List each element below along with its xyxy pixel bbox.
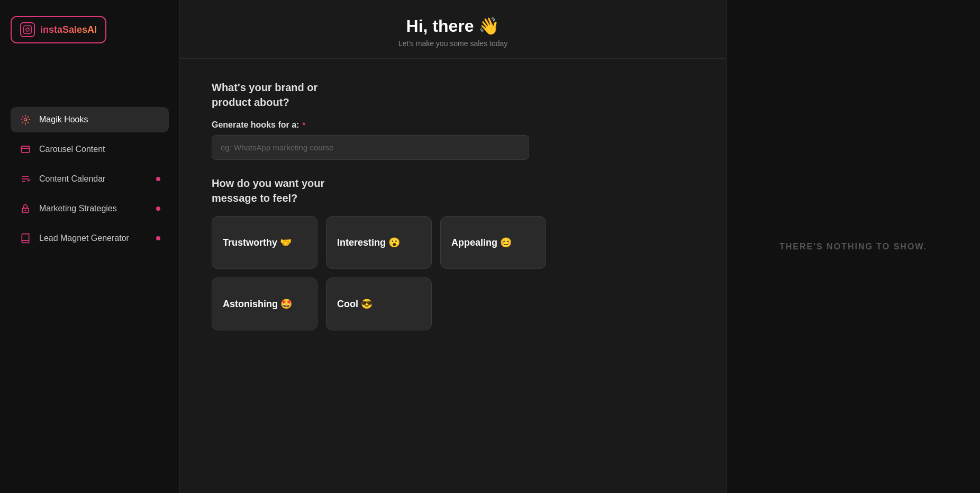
new-badge — [156, 177, 160, 181]
required-indicator: * — [302, 121, 305, 129]
tone-label: Interesting 😮 — [337, 237, 400, 248]
tone-card-astonishing[interactable]: Astonishing 🤩 — [212, 277, 317, 330]
new-badge — [156, 207, 160, 211]
tone-label: Cool 😎 — [337, 298, 373, 310]
sidebar-item-content-calendar[interactable]: Content Calendar — [11, 166, 169, 192]
page-title: Hi, there 👋 — [190, 16, 715, 36]
logo-container: instaSalesAI — [0, 11, 179, 59]
svg-rect-4 — [22, 146, 30, 153]
sidebar-item-label: Content Calendar — [39, 174, 105, 184]
sidebar: instaSalesAI Magik Hooks — [0, 0, 180, 493]
tone-label: Astonishing 🤩 — [223, 298, 292, 310]
tone-card-cool[interactable]: Cool 😎 — [326, 277, 432, 330]
empty-state-text: THERE'S NOTHING TO SHOW. — [779, 242, 927, 252]
logo-text: instaSalesAI — [40, 24, 97, 35]
tone-label: Appealing 😊 — [451, 237, 512, 248]
main-content: Hi, there 👋 Let's make you some sales to… — [180, 0, 726, 493]
new-badge — [156, 236, 160, 240]
brand-section-title: What's your brand orproduct about? — [212, 80, 624, 110]
sidebar-item-label: Marketing Strategies — [39, 204, 117, 213]
page-header: Hi, there 👋 Let's make you some sales to… — [180, 0, 726, 59]
sidebar-item-label: Magik Hooks — [39, 115, 88, 124]
tone-grid: Trustworthy 🤝 Interesting 😮 Appealing 😊 … — [212, 216, 556, 330]
tone-card-appealing[interactable]: Appealing 😊 — [440, 216, 546, 269]
svg-point-9 — [25, 210, 26, 211]
svg-point-3 — [24, 119, 27, 121]
sidebar-item-magik-hooks[interactable]: Magik Hooks — [11, 107, 169, 132]
logo-box[interactable]: instaSalesAI — [11, 16, 106, 43]
magik-hooks-icon — [19, 113, 32, 126]
carousel-content-icon — [19, 143, 32, 156]
sidebar-item-lead-magnet-generator[interactable]: Lead Magnet Generator — [11, 226, 169, 251]
svg-point-1 — [26, 28, 29, 31]
nav-menu: Magik Hooks Carousel Content Content — [0, 102, 179, 256]
hooks-label: Generate hooks for a: * — [212, 120, 624, 130]
sidebar-item-marketing-strategies[interactable]: Marketing Strategies — [11, 196, 169, 221]
hooks-input[interactable] — [212, 135, 529, 160]
instagram-icon — [20, 22, 35, 37]
tone-card-trustworthy[interactable]: Trustworthy 🤝 — [212, 216, 317, 269]
content-calendar-icon — [19, 173, 32, 185]
feel-section-title: How do you want yourmessage to feel? — [212, 176, 624, 205]
page-subtitle: Let's make you some sales today — [190, 39, 715, 48]
sidebar-item-carousel-content[interactable]: Carousel Content — [11, 137, 169, 162]
right-panel: THERE'S NOTHING TO SHOW. — [726, 0, 980, 493]
tone-card-interesting[interactable]: Interesting 😮 — [326, 216, 432, 269]
sidebar-item-label: Carousel Content — [39, 145, 105, 154]
svg-point-2 — [29, 27, 30, 28]
svg-rect-0 — [24, 26, 32, 34]
tone-label: Trustworthy 🤝 — [223, 237, 292, 248]
sidebar-item-label: Lead Magnet Generator — [39, 234, 129, 243]
marketing-strategies-icon — [19, 202, 32, 215]
form-area: What's your brand orproduct about? Gener… — [180, 59, 656, 352]
lead-magnet-icon — [19, 232, 32, 245]
